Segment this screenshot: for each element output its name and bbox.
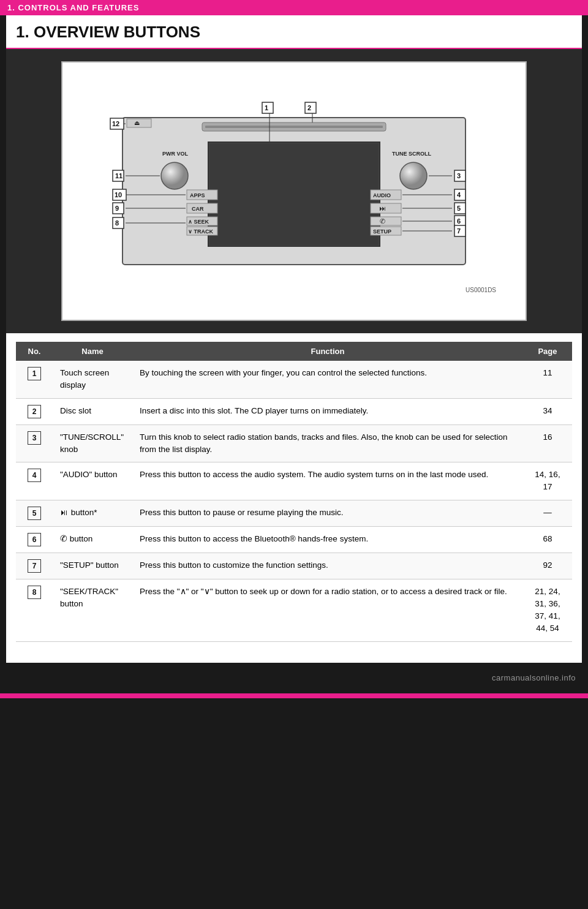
row-no-6: 6 [16,526,53,553]
row-no-3: 3 [16,424,53,462]
row-no-8: 8 [16,579,53,641]
row-name-7: "SEEK/TRACK" button [53,579,132,641]
row-function-6: Press this button to customize the funct… [132,553,523,579]
stereo-diagram: PWR VOL TUNE SCROLL APPS CAR [75,75,513,307]
svg-text:9: 9 [115,205,119,212]
table-row: 6✆ buttonPress this button to access the… [16,526,572,553]
svg-text:7: 7 [457,227,461,235]
row-name-1: Disc slot [53,398,132,424]
table-row: 2Disc slotInsert a disc into this slot. … [16,398,572,424]
svg-text:8: 8 [115,219,119,227]
svg-rect-8 [209,143,379,245]
row-no-1: 1 [16,361,53,398]
svg-text:∧ SEEK: ∧ SEEK [188,219,209,225]
row-no-7: 7 [16,553,53,579]
svg-point-3 [161,162,188,189]
row-name-0: Touch screen display [53,361,132,398]
overview-table: No. Name Function Page 1Touch screen dis… [16,342,572,642]
svg-text:3: 3 [457,172,461,179]
diagram-box: PWR VOL TUNE SCROLL APPS CAR [61,61,527,321]
table-row: 4"AUDIO" buttonPress this button to acce… [16,462,572,500]
diagram-container: PWR VOL TUNE SCROLL APPS CAR [6,49,582,333]
row-function-4: Press this button to pause or resume pla… [132,500,523,526]
row-function-2: Turn this knob to select radio station b… [132,424,523,462]
row-name-2: "TUNE/SCROLL" knob [53,424,132,462]
row-page-1: 34 [523,398,572,424]
svg-text:✆: ✆ [380,217,385,225]
svg-text:2: 2 [307,104,311,111]
svg-text:APPS: APPS [190,192,205,198]
page-title: 1. OVERVIEW BUTTONS [6,15,582,49]
svg-text:⏭: ⏭ [379,205,386,212]
row-name-4: ⏯ button* [53,500,132,526]
svg-text:11: 11 [115,172,123,179]
svg-rect-21 [371,217,401,225]
svg-text:1: 1 [265,104,268,111]
svg-text:5: 5 [457,205,461,212]
table-row: 3"TUNE/SCROLL" knobTurn this knob to sel… [16,424,572,462]
svg-text:6: 6 [457,217,461,225]
row-function-7: Press the "∧" or "∨" button to seek up o… [132,579,523,641]
svg-point-5 [400,162,427,189]
row-name-6: "SETUP" button [53,553,132,579]
table-row: 8"SEEK/TRACK" buttonPress the "∧" or "∨"… [16,579,572,641]
footer-logo: carmanualsonline.info [492,673,576,682]
svg-text:12: 12 [112,120,119,127]
row-function-0: By touching the screen with your finger,… [132,361,523,398]
svg-text:⏏: ⏏ [134,119,140,126]
svg-text:SETUP: SETUP [373,228,391,235]
table-wrapper: No. Name Function Page 1Touch screen dis… [6,333,582,651]
row-name-3: "AUDIO" button [53,462,132,500]
bottom-bar: carmanualsonline.info [0,663,588,693]
svg-rect-19 [371,203,401,213]
table-row: 7"SETUP" buttonPress this button to cust… [16,553,572,579]
col-header-name: Name [53,342,132,361]
row-function-5: Press this button to access the Bluetoot… [132,526,523,553]
svg-text:CAR: CAR [192,206,204,212]
row-page-7: 21, 24, 31, 36, 37, 41, 44, 54 [523,579,572,641]
pink-bottom-bar [0,693,588,698]
svg-text:US0001DS: US0001DS [466,287,496,293]
svg-text:PWR  VOL: PWR VOL [162,151,189,157]
table-row: 5⏯ button*Press this button to pause or … [16,500,572,526]
row-page-5: 68 [523,526,572,553]
row-page-2: 16 [523,424,572,462]
svg-text:AUDIO: AUDIO [373,192,391,198]
row-function-3: Press this button to access the audio sy… [132,462,523,500]
svg-text:10: 10 [115,191,122,198]
row-page-4: — [523,500,572,526]
col-header-page: Page [523,342,572,361]
svg-text:TUNE  SCROLL: TUNE SCROLL [392,151,432,157]
section-header: 1. CONTROLS AND FEATURES [0,0,588,15]
row-page-0: 11 [523,361,572,398]
table-row: 1Touch screen displayBy touching the scr… [16,361,572,398]
row-page-6: 92 [523,553,572,579]
row-no-2: 2 [16,398,53,424]
col-header-no: No. [16,342,53,361]
stereo-svg: PWR VOL TUNE SCROLL APPS CAR [80,81,508,301]
row-function-1: Insert a disc into this slot. The CD pla… [132,398,523,424]
row-no-5: 5 [16,500,53,526]
svg-text:4: 4 [457,191,461,198]
row-page-3: 14, 16, 17 [523,462,572,500]
row-no-4: 4 [16,462,53,500]
svg-text:∨ TRACK: ∨ TRACK [188,228,213,235]
row-name-5: ✆ button [53,526,132,553]
col-header-function: Function [132,342,523,361]
svg-rect-2 [205,126,383,128]
